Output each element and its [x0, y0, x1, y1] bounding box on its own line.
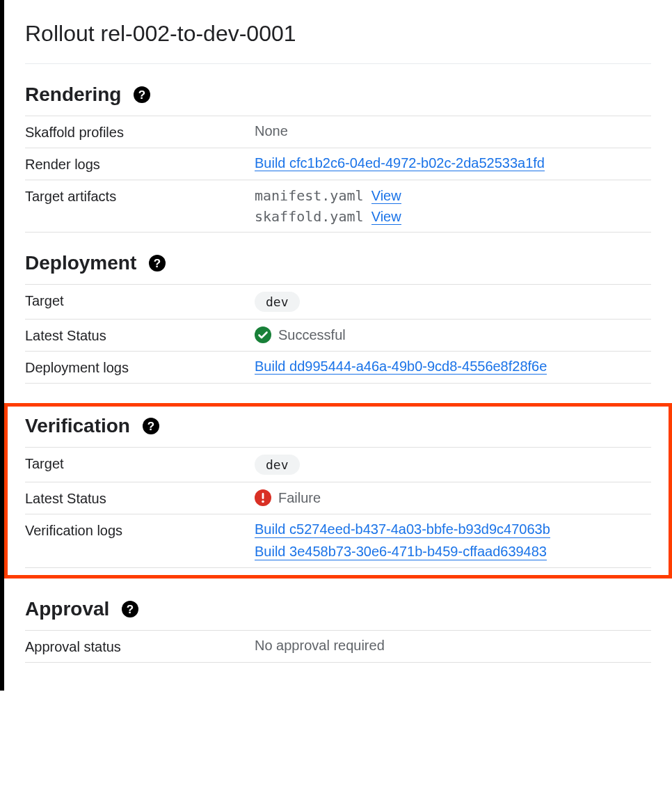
deployment-heading: Deployment — [25, 252, 136, 274]
verification-target-pill: dev — [255, 455, 300, 475]
artifact-filename: manifest.yaml — [255, 187, 364, 204]
verification-logs-label: Verification logs — [25, 521, 255, 539]
approval-status-row: Approval status No approval required — [25, 631, 651, 663]
rendering-heading: Rendering — [25, 84, 121, 106]
svg-text:?: ? — [147, 420, 154, 433]
target-artifacts-row: Target artifacts manifest.yaml View skaf… — [25, 180, 651, 233]
help-icon[interactable]: ? — [122, 601, 138, 617]
approval-status-label: Approval status — [25, 638, 255, 655]
verification-log-link[interactable]: Build c5274eed-b437-4a03-bbfe-b93d9c4706… — [255, 521, 550, 538]
deployment-logs-link[interactable]: Build dd995444-a46a-49b0-9cd8-4556e8f28f… — [255, 359, 547, 375]
verification-logs-row: Verification logs Build c5274eed-b437-4a… — [25, 514, 651, 568]
verification-heading: Verification — [25, 415, 130, 437]
artifact-filename: skaffold.yaml — [255, 208, 364, 225]
render-logs-link[interactable]: Build cfc1b2c6-04ed-4972-b02c-2da52533a1… — [255, 155, 545, 171]
verification-status-label: Latest Status — [25, 489, 255, 507]
approval-status-value: No approval required — [255, 638, 651, 654]
artifact-view-link[interactable]: View — [371, 209, 401, 225]
deployment-target-label: Target — [25, 292, 255, 309]
verification-log-link[interactable]: Build 3e458b73-30e6-471b-b459-cffaad6394… — [255, 544, 547, 560]
deployment-section: Deployment ? Target dev Latest Status Su… — [25, 252, 651, 384]
svg-point-4 — [255, 326, 271, 343]
verification-status-value: Failure — [278, 490, 321, 506]
skaffold-profiles-label: Skaffold profiles — [25, 123, 255, 141]
approval-heading: Approval — [25, 598, 109, 620]
artifact-item: manifest.yaml View — [255, 187, 651, 204]
svg-text:?: ? — [138, 88, 145, 102]
artifact-item: skaffold.yaml View — [255, 208, 651, 225]
help-icon[interactable]: ? — [134, 86, 150, 103]
render-logs-label: Render logs — [25, 155, 255, 173]
deployment-logs-label: Deployment logs — [25, 359, 255, 376]
deployment-target-row: Target dev — [25, 285, 651, 320]
deployment-status-label: Latest Status — [25, 326, 255, 344]
verification-target-label: Target — [25, 455, 255, 472]
svg-text:?: ? — [154, 257, 161, 270]
svg-rect-8 — [262, 493, 264, 499]
skaffold-profiles-row: Skaffold profiles None — [25, 116, 651, 148]
deployment-status-value: Successful — [278, 327, 346, 343]
success-icon — [255, 326, 271, 343]
failure-icon — [255, 489, 271, 506]
verification-status-row: Latest Status Failure — [25, 482, 651, 514]
svg-point-9 — [262, 501, 264, 503]
verification-target-row: Target dev — [25, 448, 651, 482]
approval-section: Approval ? Approval status No approval r… — [25, 598, 651, 663]
skaffold-profiles-value: None — [255, 123, 651, 139]
target-artifacts-label: Target artifacts — [25, 187, 255, 205]
help-icon[interactable]: ? — [149, 255, 166, 271]
rendering-section: Rendering ? Skaffold profiles None Rende… — [25, 84, 651, 233]
verification-highlight-box: Verification ? Target dev Latest Status — [4, 403, 672, 578]
svg-text:?: ? — [127, 603, 134, 616]
verification-section: Verification ? Target dev Latest Status — [25, 415, 651, 568]
deployment-target-pill: dev — [255, 292, 300, 312]
render-logs-row: Render logs Build cfc1b2c6-04ed-4972-b02… — [25, 148, 651, 180]
deployment-status-row: Latest Status Successful — [25, 320, 651, 352]
deployment-logs-row: Deployment logs Build dd995444-a46a-49b0… — [25, 352, 651, 384]
help-icon[interactable]: ? — [143, 418, 159, 434]
page-title: Rollout rel-002-to-dev-0001 — [25, 14, 651, 64]
artifact-view-link[interactable]: View — [371, 188, 401, 204]
